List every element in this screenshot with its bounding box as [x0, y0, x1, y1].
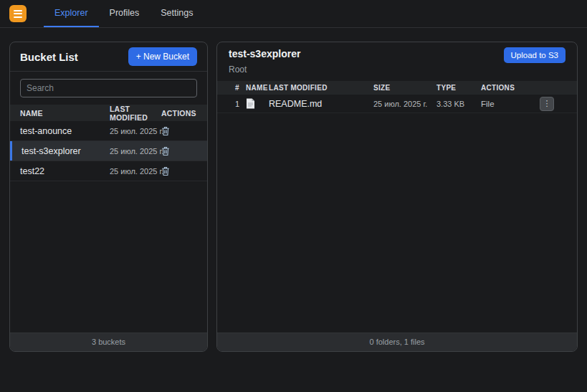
trash-icon [161, 166, 170, 176]
hamburger-menu-button[interactable] [9, 5, 27, 22]
bucket-panel-header: Bucket List + New Bucket [10, 42, 207, 72]
top-navigation-bar: Explorer Profiles Settings [0, 0, 587, 28]
file-icon-cell [246, 98, 269, 109]
tab-explorer[interactable]: Explorer [44, 0, 99, 27]
file-index: 1 [229, 100, 246, 108]
bucket-search-input[interactable] [20, 79, 197, 97]
delete-bucket-button[interactable] [161, 126, 197, 136]
ellipsis-icon: ⋮ [543, 100, 551, 107]
delete-bucket-button[interactable] [161, 166, 197, 176]
file-name: README.md [269, 99, 373, 109]
bucket-col-name: NAME [20, 109, 110, 118]
hamburger-icon [14, 10, 22, 11]
bucket-table-header: NAME LAST MODIFIED ACTIONS [10, 105, 207, 121]
new-bucket-button[interactable]: + New Bucket [128, 47, 197, 66]
files-col-modified: LAST MODIFIED [269, 84, 373, 92]
files-col-size: SIZE [373, 84, 436, 92]
file-type: File [481, 100, 533, 108]
bucket-search-wrap [10, 72, 207, 105]
document-icon [246, 98, 255, 109]
files-count-footer: 0 folders, 1 files [217, 333, 577, 351]
upload-to-s3-button[interactable]: Upload to S3 [504, 47, 566, 63]
bucket-list-title: Bucket List [20, 51, 78, 63]
tab-profiles[interactable]: Profiles [99, 0, 151, 27]
bucket-list-empty-area [10, 181, 207, 333]
bucket-modified-date: 25 июл. 2025 г. [110, 167, 161, 176]
file-explorer-panel: test-s3explorer Root Upload to S3 # NAME… [216, 42, 578, 352]
tab-settings[interactable]: Settings [150, 0, 204, 27]
file-size: 3.33 KB [436, 100, 481, 108]
nav-tabs: Explorer Profiles Settings [44, 0, 204, 27]
bucket-modified-date: 25 июл. 2025 г. [110, 127, 161, 135]
delete-bucket-button[interactable] [161, 146, 197, 156]
hamburger-icon [14, 16, 22, 18]
main-content: Bucket List + New Bucket NAME LAST MODIF… [0, 28, 587, 352]
breadcrumb-root[interactable]: Root [229, 64, 565, 75]
trash-icon [161, 146, 170, 156]
bucket-name: test-s3explorer [20, 146, 110, 156]
bucket-col-actions: ACTIONS [161, 109, 197, 118]
bucket-name: test-anounce [20, 126, 110, 136]
bucket-list-panel: Bucket List + New Bucket NAME LAST MODIF… [9, 42, 208, 352]
files-col-name: NAME [246, 84, 269, 92]
bucket-row-test-anounce[interactable]: test-anounce 25 июл. 2025 г. [10, 121, 207, 141]
bucket-row-test22[interactable]: test22 25 июл. 2025 г. [10, 161, 207, 181]
trash-icon [161, 126, 170, 136]
files-col-type: TYPE [436, 84, 481, 92]
file-row-readme[interactable]: 1 README.md 25 июл. 2025 г. 3.33 KB File… [217, 95, 577, 113]
bucket-col-modified: LAST MODIFIED [110, 105, 161, 122]
bucket-row-test-s3explorer[interactable]: test-s3explorer 25 июл. 2025 г. [10, 141, 207, 161]
files-panel-header: test-s3explorer Root Upload to S3 [217, 42, 577, 81]
files-col-actions: ACTIONS [481, 84, 533, 92]
file-actions-button[interactable]: ⋮ [540, 97, 554, 111]
hamburger-icon [14, 13, 22, 14]
bucket-modified-date: 25 июл. 2025 г. [110, 147, 161, 156]
files-table-header: # NAME LAST MODIFIED SIZE TYPE ACTIONS [217, 81, 577, 95]
file-modified-date: 25 июл. 2025 г. [373, 100, 436, 108]
files-col-index: # [229, 84, 246, 92]
files-empty-area [217, 113, 577, 333]
bucket-count-footer: 3 buckets [10, 333, 207, 351]
bucket-name: test22 [20, 166, 110, 176]
